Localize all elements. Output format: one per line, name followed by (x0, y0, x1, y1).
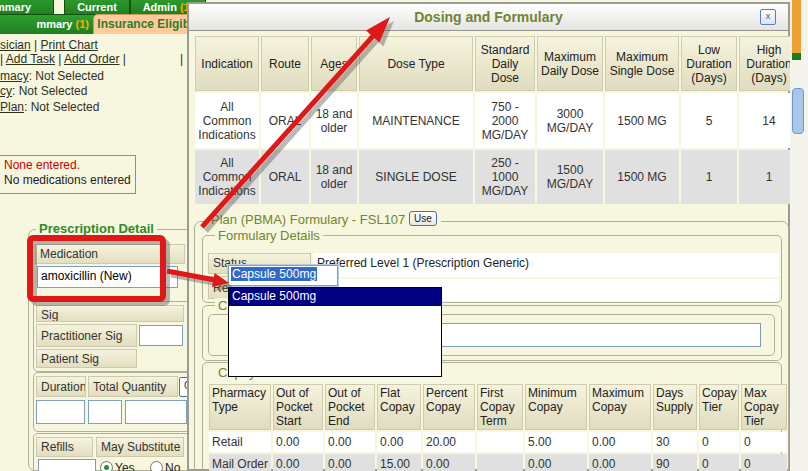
cell (477, 454, 523, 471)
col-copay-tier: Copay Tier (699, 384, 739, 430)
cell: 0 (699, 454, 739, 471)
combobox-selected-text: Capsule 500mg (231, 267, 317, 281)
cell: 0.00 (325, 432, 375, 452)
cell: 250 - 1000 MG/DAY (475, 150, 535, 204)
col-maximum-single-dose: Maximum Single Dose (605, 36, 679, 91)
close-icon[interactable]: x (760, 9, 776, 25)
allergies-none-text: None entered. (0, 156, 135, 172)
may-substitute-label: May Substitute (96, 437, 184, 457)
pharmacy-link[interactable]: macy (0, 69, 29, 83)
tab-summary-sub[interactable]: mmary (1) (0, 14, 98, 34)
tab-summary-sub-count: (1) (76, 18, 89, 30)
dropdown-list-item[interactable]: Capsule 500mg (229, 288, 441, 306)
dosing-formulary-dialog: Dosing and Formulary x Indication Route … (187, 2, 790, 471)
plan-link[interactable]: Plan (0, 100, 24, 114)
cell: 1500 MG (605, 93, 679, 148)
prescription-detail-heading: Prescription Detail (36, 221, 157, 236)
col-max-copay-tier: Max Copay Tier (741, 384, 787, 430)
pharmacy-value: : Not Selected (29, 69, 104, 83)
tab-current[interactable]: Current (64, 0, 130, 15)
cell: 0.00 (377, 432, 421, 452)
cell: 0.00 (423, 454, 475, 471)
use-button[interactable]: Use (409, 211, 437, 226)
cell: 0.00 (589, 432, 651, 452)
physician-link[interactable]: sician (0, 38, 31, 52)
plan-value: : Not Selected (24, 100, 99, 114)
practitioner-sig-input[interactable] (139, 325, 183, 346)
cell: All Common Indications (195, 93, 259, 148)
quantity-unit-input[interactable] (125, 400, 187, 424)
cell: 15.00 (377, 454, 421, 471)
cell: SINGLE DOSE (359, 150, 473, 204)
formulary-form-dropdown-list: Capsule 500mg (228, 287, 442, 377)
cell: ORAL (261, 150, 309, 204)
no-radio-label: No (165, 461, 180, 471)
add-task-link[interactable]: Add Task (6, 52, 55, 66)
col-ages: Ages (311, 36, 357, 91)
no-radio[interactable] (150, 461, 163, 471)
may-substitute-no[interactable]: No (150, 458, 180, 471)
col-minimum-copay: Minimum Copay (525, 384, 587, 430)
add-order-link[interactable]: Add Order (64, 52, 119, 66)
cell: 0 (741, 432, 787, 452)
cell: Mail Order (209, 454, 271, 471)
tab-summary-top[interactable]: mmary (0, 0, 54, 15)
cell: ORAL (261, 93, 309, 148)
may-substitute-yes[interactable]: Yes (100, 458, 135, 471)
patient-sig-label: Patient Sig (36, 349, 137, 368)
separator: | (55, 52, 64, 66)
screen: mmary Current Admin (1) mmary (1) Insura… (0, 0, 808, 471)
total-quantity-label: Total Quantity (88, 376, 178, 397)
policy-link[interactable]: cy (0, 84, 12, 98)
scrollbar-thumb[interactable] (792, 88, 804, 134)
separator: | (180, 52, 183, 66)
medication-label: Medication (35, 244, 185, 264)
cell: 1 (681, 150, 737, 204)
col-percent-copay: Percent Copay (423, 384, 475, 430)
col-pharmacy-type: Pharmacy Type (209, 384, 271, 430)
refills-input[interactable] (38, 459, 96, 471)
dosing-row-maintenance[interactable]: All Common Indications ORAL 18 and older… (195, 93, 799, 148)
separator: | (31, 38, 41, 52)
col-maximum-copay: Maximum Copay (589, 384, 651, 430)
total-quantity-input[interactable] (88, 400, 122, 424)
dosing-header-row: Indication Route Ages Dose Type Standard… (195, 36, 799, 91)
dialog-title: Dosing and Formulary (189, 4, 788, 30)
cell: 0 (741, 454, 787, 471)
policy-line: cy: Not Selected (0, 84, 87, 98)
tab-admin-label: Admin (143, 1, 180, 13)
cell: 18 and older (311, 150, 357, 204)
cell: 0.00 (273, 432, 323, 452)
cell: 3000 MG/DAY (537, 93, 603, 148)
col-low-duration: Low Duration (Days) (681, 36, 737, 91)
cell: 18 and older (311, 93, 357, 148)
policy-value: : Not Selected (12, 84, 87, 98)
col-oop-end: Out of Pocket End (325, 384, 375, 430)
cell (477, 432, 523, 452)
medication-input[interactable]: amoxicillin (New) (37, 266, 178, 288)
col-dose-type: Dose Type (359, 36, 473, 91)
plan-formulary-legend-text: Plan (PBMA) Formulary - FSL107 (211, 212, 405, 227)
pharmacy-line: macy: Not Selected (0, 69, 104, 83)
cell: 0.00 (325, 454, 375, 471)
col-standard-daily-dose: Standard Daily Dose (475, 36, 535, 91)
plan-formulary-legend: Plan (PBMA) Formulary - FSL107 Use (207, 211, 441, 227)
print-chart-link[interactable]: Print Chart (40, 38, 97, 52)
cell: MAINTENANCE (359, 93, 473, 148)
col-indication: Indication (195, 36, 259, 91)
duration-input[interactable] (36, 400, 85, 424)
sig-header: Sig (36, 305, 184, 322)
peach-tab-edge (792, 0, 801, 53)
copay-row-mail-order: Mail Order 0.00 0.00 15.00 0.00 0.00 0.0… (209, 454, 787, 471)
dosing-row-single-dose[interactable]: All Common Indications ORAL 18 and older… (195, 150, 799, 204)
yes-radio[interactable] (100, 461, 113, 471)
no-medications-text: No medications entered (0, 172, 135, 187)
cell: 90 (653, 454, 697, 471)
right-edge-strip (790, 0, 808, 471)
dialog-titlebar[interactable]: Dosing and Formulary x (189, 4, 788, 31)
cell: 0.00 (273, 454, 323, 471)
col-days-supply: Days Supply (653, 384, 697, 430)
formulary-form-combobox[interactable]: Capsule 500mg (228, 265, 338, 286)
col-first-copay-term: First Copay Term (477, 384, 523, 430)
cell: 750 - 2000 MG/DAY (475, 93, 535, 148)
